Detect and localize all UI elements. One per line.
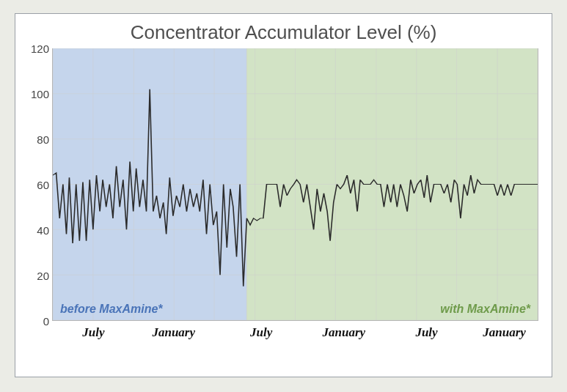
annotation-blue: before MaxAmine*: [60, 303, 163, 316]
y-tick-label: 80: [26, 133, 49, 146]
y-tick-label: 20: [26, 270, 49, 282]
chart-panel: Concentrator Accumulator Level (%) 02040…: [15, 13, 552, 377]
x-tick-label: July: [82, 325, 104, 340]
y-tick-label: 0: [26, 315, 49, 328]
x-tick-label: January: [483, 325, 526, 340]
x-tick-label: July: [250, 325, 272, 340]
chart-panel-outer: Concentrator Accumulator Level (%) 02040…: [0, 0, 567, 392]
x-tick-label: July: [415, 325, 437, 340]
annotation-green: with MaxAmine*: [440, 303, 530, 316]
chart-title: Concentrator Accumulator Level (%): [26, 21, 541, 44]
y-tick-label: 40: [26, 224, 49, 237]
data-series: [53, 48, 538, 320]
x-tick-label: January: [152, 325, 195, 340]
y-tick-label: 120: [26, 42, 49, 55]
y-tick-label: 60: [26, 179, 49, 191]
y-axis: 020406080100120: [26, 48, 52, 321]
y-tick-label: 100: [26, 88, 49, 100]
plot-area: before MaxAmine*with MaxAmine*: [52, 48, 538, 321]
x-tick-label: January: [323, 325, 366, 340]
x-axis: JulyJanuaryJulyJanuaryJulyJanuary: [52, 321, 538, 347]
plot-wrap: 020406080100120 before MaxAmine*with Max…: [26, 48, 541, 349]
